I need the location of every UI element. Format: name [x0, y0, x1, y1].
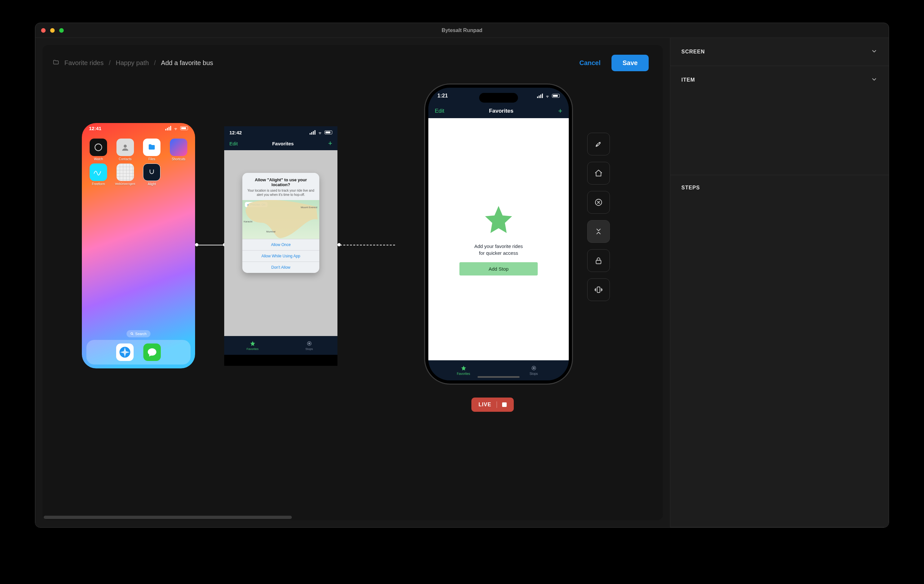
signal-icon [165, 126, 171, 131]
favorites-navbar: Edit Favorites + [428, 104, 569, 118]
svg-point-1 [124, 145, 127, 147]
chevron-down-icon [871, 48, 878, 56]
mac-window: Bytesalt Runpad Favorite rides / Happy p… [35, 23, 889, 528]
breadcrumb: Favorite rides / Happy path / Add a favo… [53, 59, 213, 67]
folder-icon [53, 59, 59, 67]
stop-icon[interactable] [502, 402, 507, 407]
canvas-stage[interactable]: 12:41 Watch Contacts [42, 71, 663, 520]
svg-point-2 [131, 333, 133, 334]
favorites-empty-state: Add your favorite rides for quicker acce… [428, 118, 569, 360]
ios-statusbar: 12:41 [82, 123, 195, 133]
perm-title: Allow "Alight" to use your location? [247, 177, 315, 187]
topbar: Favorite rides / Happy path / Add a favo… [42, 45, 663, 71]
svg-point-7 [533, 367, 535, 369]
tabbar: Favorites Stops [224, 336, 337, 355]
perm-map: Precise: On Karachi Mumbai [243, 200, 319, 239]
nav-plus[interactable]: + [558, 107, 562, 115]
app-icon[interactable]: Freeform [86, 164, 111, 186]
nav-title: Favorites [489, 108, 513, 114]
traffic-light-close[interactable] [41, 28, 46, 33]
section-item-head[interactable]: ITEM [670, 66, 889, 94]
crumb-0[interactable]: Favorite rides [64, 59, 104, 67]
battery-icon [180, 126, 188, 130]
svg-rect-10 [597, 287, 600, 292]
live-label: LIVE [478, 402, 492, 407]
nav-plus[interactable]: + [328, 139, 332, 147]
permission-card: Allow "Alight" to use your location? You… [243, 173, 319, 273]
wire-dashed [340, 245, 395, 245]
tab-stops[interactable]: Stops [281, 336, 337, 355]
ios-statusbar: 12:42 [229, 128, 332, 137]
window-title: Bytesalt Runpad [442, 28, 482, 33]
search-pill[interactable]: Search [127, 330, 150, 337]
crumb-1[interactable]: Happy path [116, 59, 149, 67]
section-steps: STEPS [670, 175, 889, 527]
status-time: 1:21 [437, 93, 448, 99]
nav-title: Favorites [272, 141, 294, 146]
section-screen-label: SCREEN [681, 49, 705, 55]
top-actions: Cancel Save [579, 55, 648, 71]
live-device-frame: 1:21 Edit Favorites [424, 84, 573, 385]
canvas-panel: Favorite rides / Happy path / Add a favo… [35, 38, 670, 527]
app-icon[interactable]: Shortcuts [166, 139, 191, 161]
cancel-button[interactable]: Cancel [579, 59, 601, 67]
section-screen-head[interactable]: SCREEN [670, 38, 889, 66]
section-steps-label: STEPS [681, 185, 700, 191]
section-screen: SCREEN [670, 38, 889, 66]
screenshot-home[interactable]: 12:41 Watch Contacts [82, 123, 195, 368]
inspector-panel: SCREEN ITEM STEPS [670, 38, 889, 527]
crumb-2: Add a favorite bus [161, 59, 213, 67]
nav-edit[interactable]: Edit [435, 108, 444, 114]
signal-icon [537, 94, 543, 98]
scrollbar-thumb[interactable] [44, 516, 292, 519]
add-stop-button[interactable]: Add Stop [459, 262, 538, 276]
perm-background: Allow "Alight" to use your location? You… [224, 150, 337, 336]
section-steps-head[interactable]: STEPS [670, 175, 889, 200]
dynamic-island [479, 93, 518, 103]
battery-icon [552, 94, 560, 98]
tool-rocket[interactable] [587, 133, 610, 156]
live-badge[interactable]: LIVE [471, 397, 514, 412]
svg-point-5 [309, 342, 310, 344]
signal-icon [310, 130, 315, 135]
section-item-body [670, 94, 889, 175]
tool-collapse[interactable] [587, 220, 610, 243]
favorites-navbar: Edit Favorites + [224, 137, 337, 150]
save-button[interactable]: Save [612, 55, 648, 71]
tool-vibrate[interactable] [587, 278, 610, 301]
app-icon[interactable]: Contacts [112, 139, 138, 161]
tool-close[interactable] [587, 191, 610, 213]
home-indicator [477, 376, 520, 378]
perm-sub: Your location is used to track your ride… [243, 189, 319, 200]
status-time: 12:41 [89, 126, 101, 131]
battery-icon [325, 131, 332, 134]
app-icon[interactable]: Files [139, 139, 165, 161]
tab-favorites[interactable]: Favorites [224, 336, 281, 355]
star-icon [482, 203, 515, 237]
perm-allow-while[interactable]: Allow While Using App [243, 250, 319, 261]
traffic-light-min[interactable] [50, 28, 54, 33]
perm-dont-allow[interactable]: Don't Allow [243, 261, 319, 273]
section-item-label: ITEM [681, 77, 695, 83]
dock-safari[interactable] [116, 344, 134, 361]
viewport: Bytesalt Runpad Favorite rides / Happy p… [0, 0, 924, 584]
perm-allow-once[interactable]: Allow Once [243, 239, 319, 250]
section-item: ITEM [670, 66, 889, 175]
horizontal-scrollbar[interactable] [42, 515, 663, 520]
crumb-sep: / [154, 59, 156, 67]
screenshot-permission[interactable]: 12:42 Edit Fav [224, 126, 337, 366]
titlebar: Bytesalt Runpad [35, 23, 889, 38]
live-device-screen[interactable]: 1:21 Edit Favorites [428, 88, 569, 381]
wifi-icon [173, 126, 178, 130]
nav-edit[interactable]: Edit [229, 141, 238, 146]
app-icon[interactable]: Alight [139, 164, 165, 186]
wifi-icon [545, 94, 550, 98]
app-icon[interactable]: WebDriverAgent [112, 164, 138, 186]
traffic-light-max[interactable] [59, 28, 64, 33]
app-icon[interactable]: Watch [86, 139, 111, 161]
device-tool-column [587, 133, 610, 301]
crumb-sep: / [109, 59, 111, 67]
tool-home[interactable] [587, 162, 610, 185]
tool-lock[interactable] [587, 249, 610, 272]
dock-messages[interactable] [144, 344, 161, 361]
